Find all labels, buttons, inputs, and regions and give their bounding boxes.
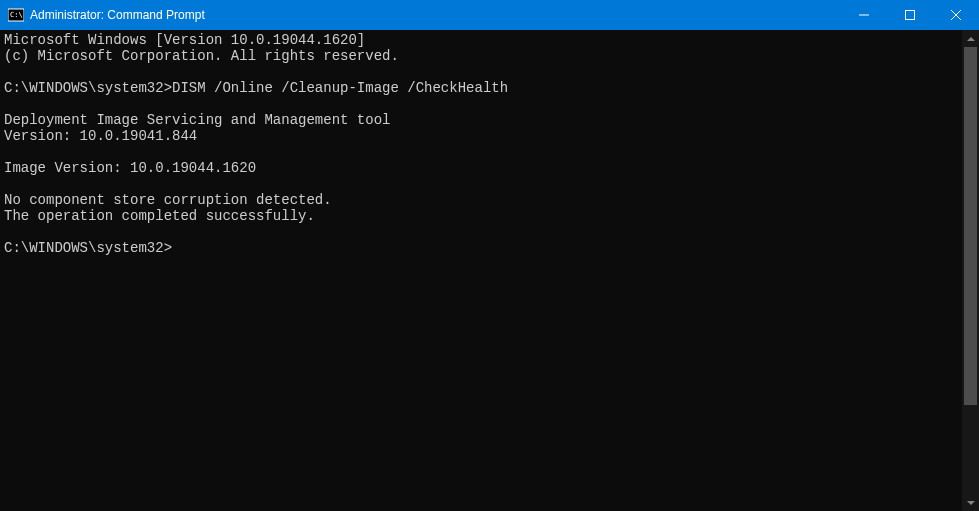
svg-text:C:\: C:\: [10, 11, 23, 19]
terminal-line: Deployment Image Servicing and Managemen…: [4, 112, 958, 128]
terminal-area: Microsoft Windows [Version 10.0.19044.16…: [0, 30, 979, 511]
terminal-line: C:\WINDOWS\system32>: [4, 240, 958, 256]
terminal-line: [4, 224, 958, 240]
terminal-line: The operation completed successfully.: [4, 208, 958, 224]
maximize-button[interactable]: [887, 0, 933, 30]
scrollbar-track[interactable]: [962, 47, 979, 494]
scrollbar[interactable]: [962, 30, 979, 511]
terminal-line: C:\WINDOWS\system32>DISM /Online /Cleanu…: [4, 80, 958, 96]
terminal-line: (c) Microsoft Corporation. All rights re…: [4, 48, 958, 64]
terminal-line: Microsoft Windows [Version 10.0.19044.16…: [4, 32, 958, 48]
terminal-line: [4, 96, 958, 112]
terminal-line: [4, 144, 958, 160]
svg-marker-6: [967, 37, 975, 41]
scrollbar-thumb[interactable]: [964, 47, 977, 405]
minimize-button[interactable]: [841, 0, 887, 30]
titlebar[interactable]: C:\ Administrator: Command Prompt: [0, 0, 979, 30]
terminal-line: Version: 10.0.19041.844: [4, 128, 958, 144]
scrollbar-up-arrow-icon[interactable]: [962, 30, 979, 47]
svg-marker-7: [967, 501, 975, 505]
terminal-cursor: [172, 242, 180, 256]
svg-rect-3: [906, 11, 915, 20]
close-button[interactable]: [933, 0, 979, 30]
window-controls: [841, 0, 979, 30]
terminal-line: [4, 176, 958, 192]
scrollbar-down-arrow-icon[interactable]: [962, 494, 979, 511]
terminal-line: Image Version: 10.0.19044.1620: [4, 160, 958, 176]
cmd-icon: C:\: [8, 7, 24, 23]
terminal-line: No component store corruption detected.: [4, 192, 958, 208]
terminal-content[interactable]: Microsoft Windows [Version 10.0.19044.16…: [0, 30, 962, 511]
terminal-line: [4, 64, 958, 80]
window-title: Administrator: Command Prompt: [30, 8, 841, 22]
